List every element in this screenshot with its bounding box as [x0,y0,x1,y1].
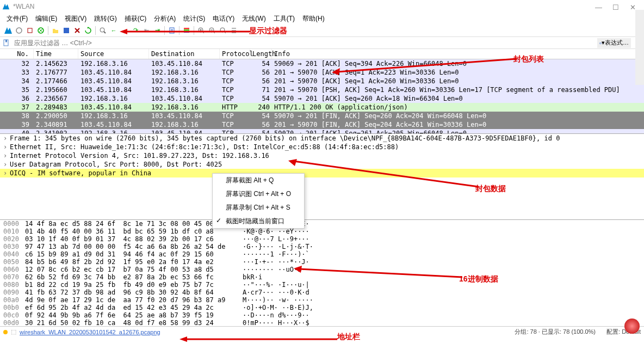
svg-rect-8 [184,31,189,33]
menu-item[interactable]: 统计(S) [180,13,208,25]
column-header[interactable]: Protocol [220,49,250,59]
hex-row[interactable]: 001001 4b 40 f5 40 00 36 11 bd bc 65 59 … [0,228,644,235]
menu-item[interactable]: 帮助(H) [299,13,328,25]
svg-point-4 [100,28,104,32]
goto-icon[interactable]: ↷ [131,26,140,35]
statusbar: ⬚ wireshark_WLAN_20200530101542_a12676.p… [0,326,644,337]
column-header[interactable]: No. [0,49,34,59]
context-menu-item[interactable]: 截图时隐藏当前窗口 [213,215,304,228]
menu-item[interactable]: 分析(A) [151,13,179,25]
hex-row[interactable]: 00c00f 92 44 9b 9b a6 7f 6e 64 25 ae a8 … [0,311,644,319]
bookmark-icon[interactable] [2,39,11,47]
expression-button[interactable]: ▫ ▾ 表达式… [597,38,631,48]
menubar: 文件(F)编辑(E)视图(V)跳转(G)捕获(C)分析(A)统计(S)电话(Y)… [0,13,644,24]
packet-row[interactable]: 322.145623192.168.3.16103.45.110.84TCP54… [0,59,644,68]
restart-capture-icon[interactable] [25,26,35,35]
hex-row[interactable]: 00a04d 9e 0f ae 17 29 1c de aa 77 f0 20 … [0,296,644,304]
packet-bytes-pane[interactable]: 000014 4f 8a ec d5 88 24 6f 8c 1e 71 3c … [0,220,644,326]
protocol-tree-item[interactable]: OICQ - IM software, popular in China [0,169,644,177]
save-file-icon[interactable] [61,26,71,35]
status-dot-icon [3,330,8,334]
packet-list-header: No.TimeSourceDestinationProtocolLengthIn… [0,49,644,59]
stop-capture-icon[interactable] [14,26,24,35]
packet-list-pane[interactable]: No.TimeSourceDestinationProtocolLengthIn… [0,49,644,134]
open-file-icon[interactable] [51,26,60,35]
packet-row[interactable]: 392.340891103.45.110.84192.168.3.16TCP56… [0,120,644,129]
packet-details-pane[interactable]: Frame 1: 345 bytes on wire (2760 bits), … [0,134,644,220]
hex-row[interactable]: 009041 fb 63 72 37 db 98 ad 96 c9 8b 30 … [0,289,644,296]
column-header[interactable]: Info [272,49,644,59]
minimize-button[interactable]: — [595,3,602,10]
svg-point-11 [220,28,225,32]
svg-rect-1 [28,28,32,33]
packet-row[interactable]: 332.176777103.45.110.84192.168.3.16TCP56… [0,68,644,77]
context-menu-item[interactable]: 屏幕截图 Alt + Q [213,174,304,187]
menu-item[interactable]: 跳转(G) [91,13,120,25]
menu-item[interactable]: 编辑(E) [32,13,60,25]
context-menu-item[interactable]: 屏幕录制 Ctrl + Alt + S [213,201,304,215]
hex-row[interactable]: 003097 47 13 ab 7d 00 00 00 f5 4c a6 6a … [0,243,644,250]
hex-row[interactable]: 00d030 21 6d 50 02 fb 10 ca 48 0d f7 e8 … [0,319,644,326]
protocol-tree-item[interactable]: Internet Protocol Version 4, Src: 101.89… [0,151,644,160]
display-filter-bar: ▫ ▾ 表达式… + [0,37,644,49]
menu-item[interactable]: 工具(T) [270,13,298,25]
protocol-tree-item[interactable]: User Datagram Protocol, Src Port: 8000, … [0,160,644,169]
column-header[interactable]: Source [78,49,149,59]
menu-item[interactable]: 电话(Y) [209,13,238,25]
prev-icon[interactable]: ← [109,26,119,35]
menu-item[interactable]: 无线(W) [239,13,269,25]
close-file-icon[interactable] [72,26,82,35]
resize-columns-icon[interactable] [229,26,239,35]
status-packets: 分组: 78 · 已显示: 78 (100.0%) [515,328,596,336]
packet-row[interactable]: 402.341002192.168.3.16103.45.110.84TCP54… [0,129,644,134]
window-title: *WLAN [13,3,595,10]
column-header[interactable]: Time [34,49,78,59]
status-file: wireshark_WLAN_20200530101542_a12676.pca… [20,329,160,335]
hex-row[interactable]: 005084 b5 b6 49 8f 2b 2d 92 1f 95 e0 2a … [0,258,644,266]
goto-first-icon[interactable]: ⇤ [141,26,151,35]
svg-rect-6 [184,28,189,29]
svg-rect-7 [184,29,189,31]
hex-row[interactable]: 006012 07 8c c6 b2 ec cb 17 b7 0a 75 4f … [0,266,644,273]
maximize-button[interactable]: ☐ [612,3,619,10]
packet-row[interactable]: 362.236567192.168.3.16103.45.110.84TCP54… [0,94,644,103]
main-toolbar: ← → ↷ ⇤ ⇥ [0,24,644,37]
hex-row[interactable]: 007062 6b 52 fd 69 3c 74 bb e2 87 8a 2b … [0,273,644,281]
svg-point-0 [16,28,22,33]
goto-last-icon[interactable]: ⇥ [152,26,162,35]
hex-row[interactable]: 000014 4f 8a ec d5 88 24 6f 8c 1e 71 3c … [0,220,644,228]
expert-info-icon[interactable]: ⬚ [11,328,16,335]
protocol-tree-item[interactable]: Frame 1: 345 bytes on wire (2760 bits), … [0,134,644,143]
packet-row[interactable]: 372.289483103.45.110.84192.168.3.16HTTP2… [0,103,644,112]
capture-options-icon[interactable] [36,26,46,35]
menu-item[interactable]: 捕获(C) [121,13,150,25]
column-header[interactable]: Destination [149,49,220,59]
column-header[interactable]: Length [250,49,272,59]
zoom-reset-icon[interactable] [218,26,228,35]
hex-row[interactable]: 00b0ef 6d 95 2b 4f a2 4d da ed 15 42 e3 … [0,304,644,311]
menu-item[interactable]: 文件(F) [3,13,31,25]
zoom-in-icon[interactable] [196,26,206,35]
packet-row[interactable]: 382.290050192.168.3.16103.45.110.84TCP54… [0,112,644,120]
colorize-icon[interactable] [182,26,191,35]
reload-icon[interactable] [83,26,93,35]
start-capture-icon[interactable] [3,26,13,35]
hex-row[interactable]: 0040c6 15 b9 89 a1 d9 0d 31 94 46 f4 ac … [0,250,644,258]
zoom-out-icon[interactable] [207,26,217,35]
menu-item[interactable]: 视图(V) [61,13,90,25]
app-icon [2,3,10,10]
autoscroll-icon[interactable] [167,26,177,35]
next-icon[interactable]: → [120,26,129,35]
protocol-tree-item[interactable]: Ethernet II, Src: Huaweide_1e:71:3c (24:… [0,143,644,151]
expert-info-indicator[interactable] [624,319,640,334]
context-menu: 屏幕截图 Alt + Q屏幕识图 Ctrl + Alt + O屏幕录制 Ctrl… [212,173,305,229]
titlebar: *WLAN — ☐ ✕ [0,0,644,13]
context-menu-item[interactable]: 屏幕识图 Ctrl + Alt + O [213,187,304,201]
find-icon[interactable] [98,26,108,35]
close-button[interactable]: ✕ [630,3,636,10]
packet-row[interactable]: 352.195660103.45.110.84192.168.3.16TCP71… [0,85,644,94]
display-filter-input[interactable] [12,38,597,48]
hex-row[interactable]: 0080b1 8d 22 cd 19 9a 25 fb fb 49 d0 e9 … [0,281,644,289]
hex-row[interactable]: 002003 10 1f 40 0f b9 01 37 4c 88 02 39 … [0,235,644,243]
packet-row[interactable]: 342.177466103.45.110.84192.168.3.16TCP56… [0,77,644,85]
